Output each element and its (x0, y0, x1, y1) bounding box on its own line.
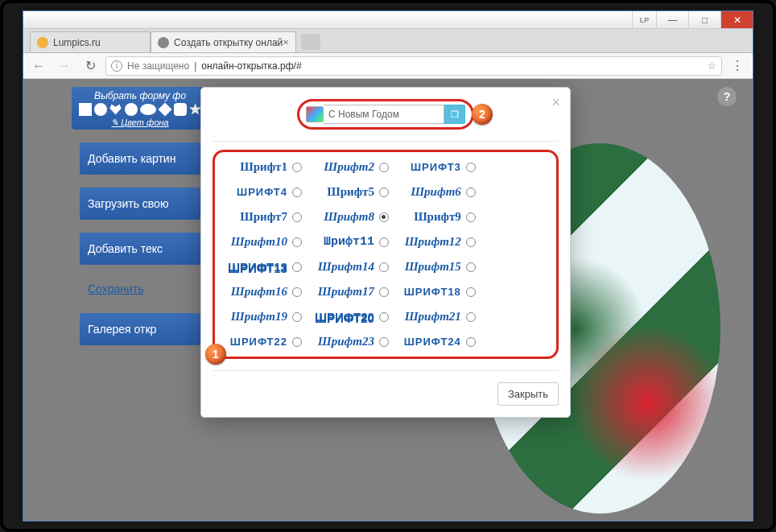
text-color-swatch[interactable] (306, 106, 324, 122)
font-sample-label: Шрифт1 (240, 160, 287, 174)
font-option[interactable]: Шрифт15 (397, 258, 481, 275)
shape-square-icon[interactable] (79, 103, 92, 116)
font-radio[interactable] (379, 262, 389, 272)
font-option[interactable]: Шрифт2 (310, 159, 394, 175)
gallery-button[interactable]: Галерея откр (80, 313, 200, 345)
modal-footer: Закрыть (213, 382, 559, 406)
font-option[interactable]: Шрифт10 (223, 233, 307, 250)
font-radio[interactable] (292, 262, 302, 272)
font-sample-label: Шрифт21 (405, 310, 461, 324)
font-radio[interactable] (292, 337, 302, 347)
tab-close-icon[interactable]: × (283, 36, 289, 48)
font-option[interactable]: Шрифт16 (223, 283, 307, 300)
font-option[interactable]: ШРИФТ22 (223, 333, 307, 350)
font-radio[interactable] (379, 163, 389, 172)
font-radio[interactable] (466, 188, 476, 197)
font-option[interactable]: Шрифт19 (223, 308, 307, 325)
site-info-icon[interactable]: i (111, 60, 122, 72)
bg-color-link[interactable]: ✎ Цвет фона (76, 118, 204, 128)
font-radio[interactable] (466, 237, 476, 247)
font-radio[interactable] (292, 212, 302, 222)
page-viewport: ? Выбрать форму фо ✎ Цвет фона Добавить … (23, 79, 753, 521)
font-sample-label: Шрифт23 (318, 335, 374, 348)
shape-heart-icon[interactable] (109, 103, 122, 116)
font-radio[interactable] (466, 337, 476, 347)
tab-strip: Lumpics.ru Создать открытку онлай × (23, 29, 753, 53)
font-option[interactable]: Шрифт7 (223, 208, 307, 225)
forward-button[interactable]: → (54, 56, 75, 76)
apply-text-button[interactable]: ❐ (444, 105, 465, 124)
shape-ellipse-icon[interactable] (125, 103, 138, 116)
sidebar: Выбрать форму фо ✎ Цвет фона Добавить ка… (72, 87, 208, 345)
font-sample-label: Шрифт14 (318, 260, 374, 274)
font-radio[interactable] (292, 163, 302, 172)
font-option[interactable]: Шрифт21 (397, 308, 481, 325)
font-option[interactable]: ШРИФТ3 (397, 159, 481, 175)
font-option[interactable]: Шрифт12 (397, 233, 481, 250)
font-option[interactable]: Шрифт5 (310, 184, 394, 200)
bookmark-icon[interactable]: ☆ (708, 60, 716, 72)
omnibox[interactable]: i Не защищено | онлайн-открытка.рф/# ☆ (105, 56, 722, 76)
font-sample-label: Шрифт6 (411, 185, 461, 199)
tab-postcard[interactable]: Создать открытку онлай × (151, 31, 296, 52)
reload-button[interactable]: ↻ (80, 56, 101, 76)
help-button[interactable]: ? (717, 87, 737, 106)
profile-badge[interactable]: LP (632, 11, 656, 28)
font-radio[interactable] (292, 188, 302, 197)
font-radio[interactable] (292, 312, 302, 322)
font-radio[interactable] (466, 212, 476, 222)
add-image-button[interactable]: Добавить картин (80, 142, 200, 175)
shape-circle-icon[interactable] (94, 103, 107, 116)
new-tab-button[interactable] (301, 34, 320, 50)
minimize-button[interactable]: — (656, 11, 688, 28)
font-option[interactable]: ШРИФТ4 (223, 184, 307, 200)
font-radio[interactable] (379, 312, 389, 322)
font-grid: Шрифт1Шрифт2ШРИФТ3ШРИФТ4Шрифт5Шрифт6Шриф… (223, 159, 481, 350)
add-text-button[interactable]: Добавить текс (80, 233, 200, 265)
shape-oval-icon[interactable] (140, 104, 156, 115)
font-option[interactable]: Шрифт8 (310, 208, 394, 225)
font-radio[interactable] (466, 262, 476, 272)
font-option[interactable]: Шрифт14 (310, 258, 394, 275)
font-sample-label: Шрифт10 (231, 235, 287, 249)
font-option[interactable]: ШРИФТ13 (223, 258, 307, 275)
callout-badge-1: 1 (205, 344, 226, 365)
font-radio[interactable] (466, 312, 476, 322)
font-radio[interactable] (379, 188, 389, 197)
font-radio[interactable] (292, 237, 302, 247)
font-option[interactable]: Шрифт17 (310, 283, 394, 300)
modal-close-button[interactable]: × (551, 94, 560, 111)
font-sample-label: ШРИФТ22 (230, 336, 287, 348)
font-sample-label: ШРИФТ18 (404, 286, 461, 298)
maximize-button[interactable]: □ (688, 11, 720, 28)
font-option[interactable]: Шрифт1 (223, 159, 307, 175)
save-link[interactable]: Сохранить (88, 278, 208, 300)
upload-own-button[interactable]: Загрузить свою (80, 188, 200, 220)
font-radio[interactable] (466, 163, 476, 172)
shape-rounded-icon[interactable] (174, 103, 187, 116)
font-option[interactable]: ШРИФТ24 (397, 333, 481, 350)
font-radio[interactable] (292, 287, 302, 297)
separator: | (194, 60, 196, 72)
font-option[interactable]: Шрифт6 (397, 184, 481, 200)
font-option[interactable]: Шрифт9 (397, 208, 481, 225)
favicon-icon (158, 37, 169, 48)
font-sample-label: Шрифт8 (324, 210, 374, 224)
shape-diamond-icon[interactable] (158, 103, 171, 117)
close-button[interactable]: Закрыть (497, 382, 559, 406)
font-option[interactable]: ШРИФТ18 (397, 283, 481, 300)
font-option[interactable]: Шрифт11 (310, 233, 394, 250)
font-radio[interactable] (379, 237, 389, 247)
font-radio[interactable] (466, 287, 476, 297)
back-button[interactable]: ← (28, 56, 49, 76)
browser-menu-button[interactable]: ⋮ (727, 58, 748, 73)
tab-title: Lumpics.ru (53, 37, 101, 48)
font-option[interactable]: Шрифт23 (310, 333, 394, 350)
font-option[interactable]: ШРИФТ20 (310, 308, 394, 325)
font-radio[interactable] (379, 337, 389, 347)
window-close-button[interactable]: ✕ (720, 11, 753, 28)
caption-input[interactable] (324, 105, 444, 124)
tab-lumpics[interactable]: Lumpics.ru (30, 31, 151, 52)
font-radio[interactable] (379, 212, 389, 222)
font-radio[interactable] (379, 287, 389, 297)
